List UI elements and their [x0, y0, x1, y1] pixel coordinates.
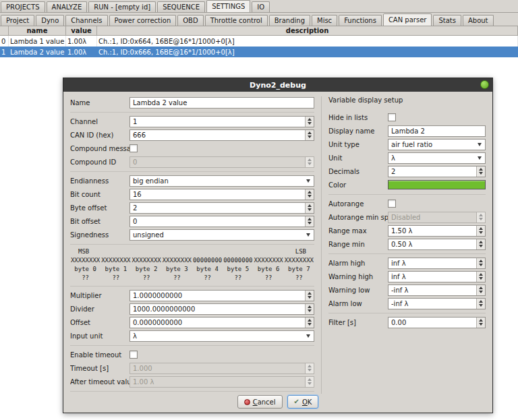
tab-analyze[interactable]: ANALYZE — [47, 1, 88, 12]
spinner-down-icon[interactable] — [308, 309, 312, 312]
bit-count-spinner[interactable]: 16 — [130, 189, 314, 200]
spinner-up-icon[interactable] — [479, 241, 483, 243]
spinner-buttons[interactable] — [476, 239, 485, 249]
spinner-down-icon[interactable] — [479, 245, 483, 247]
spinner-down-icon[interactable] — [308, 222, 312, 224]
signedness-select[interactable]: unsigned — [130, 229, 314, 241]
unit-type-select[interactable]: air fuel ratio — [388, 139, 486, 150]
dialog-titlebar[interactable]: Dyno2_debug — [63, 78, 492, 92]
spinner-down-icon[interactable] — [479, 218, 483, 220]
endianness-select[interactable]: big endian — [130, 175, 314, 187]
table-row-selected[interactable]: 1 Lambda 2 value 1.00λ Ch.:1, ID:0x666, … — [0, 47, 518, 57]
spinner-up-icon[interactable] — [308, 158, 312, 161]
multiplier-spinner[interactable]: 1.0000000000 — [130, 290, 314, 301]
spinner-buttons[interactable] — [476, 299, 485, 309]
dropdown-arrow-icon[interactable] — [306, 179, 310, 183]
dropdown-arrow-icon[interactable] — [306, 233, 310, 237]
spinner-buttons[interactable] — [476, 258, 485, 268]
offset-spinner[interactable]: 0.0000000000 — [130, 317, 314, 328]
tab-channels[interactable]: Channels — [65, 15, 107, 26]
spinner-down-icon[interactable] — [308, 382, 312, 385]
spinner-buttons[interactable] — [305, 318, 314, 328]
tab-can-parser[interactable]: CAN parser — [383, 13, 432, 26]
hide-in-lists-checkbox[interactable] — [388, 113, 396, 121]
alarm-high-spinner[interactable]: inf λ — [388, 258, 486, 269]
header-value[interactable]: value — [66, 26, 97, 35]
tab-about[interactable]: About — [463, 15, 494, 26]
compound-message-checkbox[interactable] — [130, 144, 138, 152]
spinner-down-icon[interactable] — [479, 323, 483, 326]
spinner-down-icon[interactable] — [308, 208, 312, 211]
spinner-down-icon[interactable] — [308, 122, 312, 125]
cancel-button[interactable]: Cancel — [237, 395, 283, 409]
tab-sequence[interactable]: SEQUENCE — [157, 1, 205, 12]
spinner-up-icon[interactable] — [308, 118, 312, 121]
spinner-down-icon[interactable] — [308, 162, 312, 165]
decimals-spinner[interactable]: 2 — [388, 166, 486, 177]
spinner-up-icon[interactable] — [308, 131, 312, 134]
tab-dyno[interactable]: Dyno — [36, 15, 64, 26]
can-id-spinner[interactable]: 666 — [130, 129, 314, 141]
spinner-up-icon[interactable] — [479, 287, 483, 289]
close-icon[interactable] — [480, 80, 489, 89]
spinner-buttons[interactable] — [305, 130, 314, 140]
autorange-checkbox[interactable] — [388, 200, 396, 208]
spinner-up-icon[interactable] — [308, 378, 312, 381]
dropdown-arrow-icon[interactable] — [478, 143, 482, 146]
spinner-up-icon[interactable] — [479, 260, 483, 262]
spinner-down-icon[interactable] — [479, 231, 483, 234]
spinner-up-icon[interactable] — [479, 214, 483, 216]
spinner-up-icon[interactable] — [308, 218, 312, 220]
dropdown-arrow-icon[interactable] — [478, 156, 482, 160]
table-row[interactable]: 0 Lambda 1 value 1.00λ Ch.:1, ID:0x664, … — [0, 36, 518, 47]
spinner-down-icon[interactable] — [308, 195, 312, 198]
spinner-buttons[interactable] — [476, 318, 485, 328]
spinner-buttons[interactable] — [305, 117, 314, 127]
spinner-down-icon[interactable] — [479, 277, 483, 280]
spinner-down-icon[interactable] — [479, 264, 483, 266]
spinner-buttons[interactable] — [305, 189, 314, 200]
spinner-buttons[interactable] — [305, 216, 314, 227]
tab-stats[interactable]: Stats — [433, 15, 461, 26]
tab-projects[interactable]: PROJECTS — [1, 1, 45, 12]
spinner-up-icon[interactable] — [308, 191, 312, 193]
display-name-input[interactable]: Lambda 2 — [388, 125, 486, 137]
spinner-up-icon[interactable] — [479, 319, 483, 322]
tab-io[interactable]: IO — [252, 1, 270, 12]
spinner-buttons[interactable] — [305, 157, 314, 167]
unit-select[interactable]: λ — [388, 152, 486, 164]
spinner-up-icon[interactable] — [479, 168, 483, 171]
spinner-down-icon[interactable] — [308, 136, 312, 138]
spinner-buttons[interactable] — [476, 212, 485, 222]
range-max-spinner[interactable]: 1.50 λ — [388, 225, 486, 237]
input-unit-select[interactable]: λ — [130, 330, 314, 342]
tab-obd[interactable]: OBD — [177, 15, 203, 26]
tab-project[interactable]: Project — [1, 15, 34, 26]
spinner-up-icon[interactable] — [479, 300, 483, 303]
warning-low-spinner[interactable]: -inf λ — [388, 284, 486, 296]
divider-spinner[interactable]: 1000.0000000000 — [130, 303, 314, 315]
spinner-down-icon[interactable] — [308, 323, 312, 326]
name-input[interactable]: Lambda 2 value — [130, 97, 314, 109]
filter-spinner[interactable]: 0.00 — [388, 317, 486, 328]
spinner-buttons[interactable] — [305, 291, 314, 301]
spinner-up-icon[interactable] — [308, 204, 312, 207]
spinner-buttons[interactable] — [476, 272, 485, 282]
byte-offset-spinner[interactable]: 2 — [130, 202, 314, 214]
bit-offset-spinner[interactable]: 0 — [130, 216, 314, 227]
spinner-down-icon[interactable] — [308, 369, 312, 371]
spinner-buttons[interactable] — [305, 304, 314, 314]
spinner-down-icon[interactable] — [479, 172, 483, 175]
alarm-low-spinner[interactable]: -inf λ — [388, 298, 486, 309]
range-min-spinner[interactable]: 0.50 λ — [388, 239, 486, 250]
color-button[interactable] — [388, 180, 486, 189]
spinner-up-icon[interactable] — [479, 227, 483, 230]
spinner-up-icon[interactable] — [308, 319, 312, 322]
tab-run[interactable]: RUN - [empty id] — [88, 1, 156, 12]
spinner-buttons[interactable] — [305, 363, 314, 373]
spinner-up-icon[interactable] — [479, 273, 483, 276]
tab-throttle-control[interactable]: Throttle control — [205, 15, 268, 26]
dropdown-arrow-icon[interactable] — [306, 334, 310, 338]
tab-misc[interactable]: Misc — [312, 15, 337, 26]
header-name[interactable]: name — [9, 26, 66, 35]
